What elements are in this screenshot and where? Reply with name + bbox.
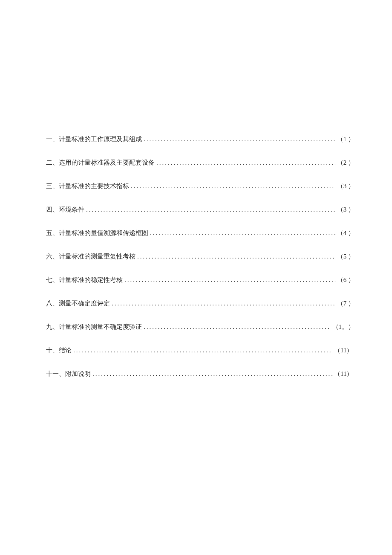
toc-title: 四、环境条件: [46, 206, 84, 214]
toc-page: （7 ）: [337, 299, 355, 308]
toc-title: 十一、附加说明: [46, 370, 91, 378]
toc-entry: 八、测量不确定度评定 .............................…: [46, 299, 355, 308]
toc-page: （6 ）: [337, 276, 355, 284]
toc-page: （3 ）: [337, 182, 355, 190]
toc-entry: 六、计量标准的测量重复性考核 .........................…: [46, 253, 355, 261]
toc-entry: 十、结论 ...................................…: [46, 346, 355, 355]
toc-entry: 三、计量标准的主要技术指标 ..........................…: [46, 182, 355, 190]
toc-page: （1 ）: [337, 135, 355, 143]
toc-title: 二、选用的计量标准器及主要配套设备: [46, 159, 155, 167]
toc-leader: ........................................…: [144, 136, 335, 143]
toc-entry: 五、计量标准的量值溯源和传递框图 .......................…: [46, 229, 355, 237]
toc-title: 七、计量标准的稳定性考核: [46, 276, 123, 284]
toc-page: （4 ）: [337, 229, 355, 237]
toc-leader: ........................................…: [137, 253, 335, 260]
toc-page: （11）: [334, 370, 355, 378]
toc-container: 一、计量标准的工作原理及其组成 ........................…: [46, 135, 355, 393]
toc-page: （11）: [334, 346, 355, 355]
toc-entry: 二、选用的计量标准器及主要配套设备 ......................…: [46, 159, 355, 167]
toc-entry: 十一、附加说明 ................................…: [46, 370, 355, 378]
toc-title: 八、测量不确定度评定: [46, 299, 110, 308]
toc-title: 三、计量标准的主要技术指标: [46, 182, 129, 190]
toc-entry: 四、环境条件 .................................…: [46, 206, 355, 214]
toc-leader: ........................................…: [150, 230, 335, 237]
toc-leader: ........................................…: [73, 347, 332, 354]
toc-leader: ........................................…: [156, 159, 335, 166]
toc-leader: ........................................…: [131, 183, 335, 190]
toc-page: （2 ）: [337, 159, 355, 167]
toc-leader: ........................................…: [92, 370, 332, 378]
toc-title: 五、计量标准的量值溯源和传递框图: [46, 229, 148, 237]
toc-entry: 一、计量标准的工作原理及其组成 ........................…: [46, 135, 355, 143]
toc-leader: ........................................…: [124, 276, 335, 284]
toc-leader: ........................................…: [112, 300, 335, 307]
toc-page: （5 ）: [337, 253, 355, 261]
toc-title: 六、计量标准的测量重复性考核: [46, 253, 135, 261]
toc-leader: ........................................…: [86, 206, 335, 213]
toc-entry: 七、计量标准的稳定性考核 ...........................…: [46, 276, 355, 284]
toc-leader: ........................................…: [144, 323, 331, 331]
toc-page: （1。）: [332, 323, 355, 331]
toc-title: 十、结论: [46, 346, 72, 355]
toc-title: 九、计量标准的测量不确定度验证: [46, 323, 142, 331]
toc-title: 一、计量标准的工作原理及其组成: [46, 135, 142, 143]
toc-page: （3 ）: [337, 206, 355, 214]
toc-entry: 九、计量标准的测量不确定度验证 ........................…: [46, 323, 355, 331]
